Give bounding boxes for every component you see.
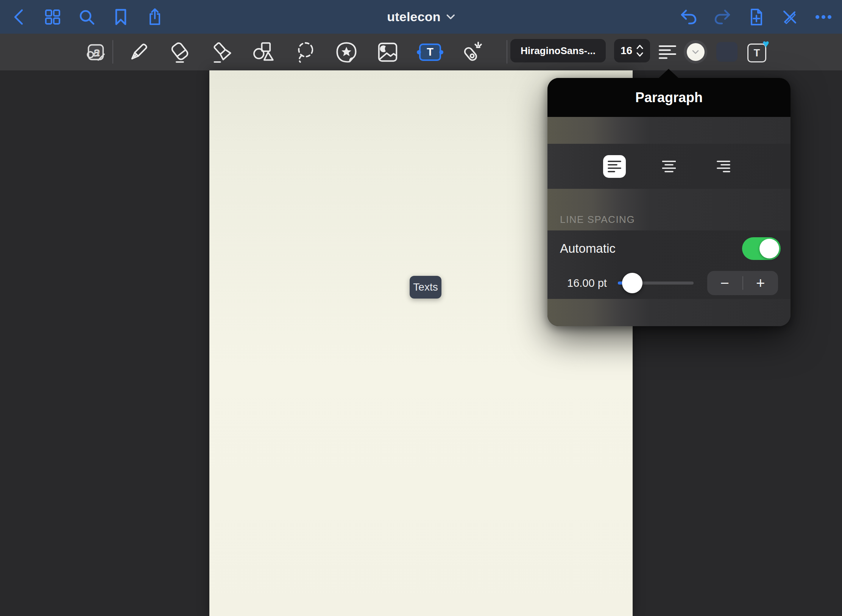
shapes-tool[interactable]	[251, 40, 275, 64]
font-name-label: HiraginoSans-...	[521, 45, 596, 57]
laser-pointer-tool[interactable]	[460, 40, 483, 64]
popover-body: Paragraph LINE SPACING Automatic	[547, 78, 791, 326]
popover-bottom-band	[547, 299, 791, 326]
app-window: utelecon	[0, 0, 842, 616]
chevron-up-down-icon	[636, 44, 644, 57]
chevron-down-icon	[447, 14, 455, 20]
add-page-icon[interactable]	[747, 8, 765, 26]
spacing-slider-knob[interactable]	[622, 273, 642, 293]
document-title-dropdown[interactable]: utelecon	[387, 0, 455, 34]
lasso-tool[interactable]	[293, 40, 317, 64]
document-title: utelecon	[387, 9, 440, 24]
current-color-swatch	[687, 43, 705, 61]
paragraph-popover: Paragraph LINE SPACING Automatic	[547, 78, 791, 326]
eraser-tool[interactable]	[168, 40, 192, 64]
text-style-favorite-button[interactable]: T ♥	[747, 41, 768, 62]
paragraph-alignment-button[interactable]	[659, 45, 676, 59]
heart-icon: ♥	[762, 38, 769, 50]
toolbar-separator	[112, 40, 113, 64]
line-spacing-section-label: LINE SPACING	[560, 214, 635, 226]
back-icon[interactable]	[10, 8, 27, 26]
spacing-slider-track[interactable]	[618, 282, 694, 285]
align-center-button[interactable]	[658, 155, 680, 178]
svg-text:a: a	[92, 45, 100, 59]
pen-off-icon[interactable]	[781, 8, 798, 26]
selected-object-text: Texts	[413, 281, 438, 293]
more-icon[interactable]	[815, 8, 832, 26]
align-right-button[interactable]	[712, 155, 735, 178]
spacing-stepper: − +	[707, 271, 778, 295]
spacing-decrease-button[interactable]: −	[707, 271, 742, 295]
automatic-label: Automatic	[560, 241, 616, 256]
alignment-row	[547, 144, 791, 189]
undo-icon[interactable]	[680, 8, 697, 26]
text-color-button[interactable]	[684, 40, 707, 64]
zoom-window-tool[interactable]: a	[84, 40, 108, 64]
font-size-button[interactable]: 16	[614, 39, 650, 62]
selected-object-label[interactable]: Texts	[410, 276, 441, 299]
highlighter-tool[interactable]	[210, 40, 234, 64]
toolbar-separator	[507, 40, 507, 64]
popover-title: Paragraph	[635, 90, 703, 106]
nav-left-group	[10, 0, 164, 34]
spacing-increase-button[interactable]: +	[743, 271, 778, 295]
toggle-knob	[759, 239, 779, 258]
selection-handle-right-icon	[439, 50, 443, 54]
line-spacing-controls: Automatic 16.00 pt − +	[547, 230, 791, 299]
align-left-button[interactable]	[603, 155, 626, 178]
font-name-button[interactable]: HiraginoSans-...	[510, 39, 606, 62]
redo-icon[interactable]	[714, 8, 731, 26]
image-tool[interactable]	[376, 40, 399, 64]
selection-handle-left-icon	[417, 50, 421, 54]
popover-arrow	[658, 69, 679, 78]
background-color-swatch[interactable]	[716, 42, 738, 62]
elements-tool[interactable]	[335, 40, 358, 64]
share-icon[interactable]	[146, 8, 164, 26]
tool-ribbon: a	[0, 34, 842, 70]
automatic-toggle[interactable]	[742, 237, 781, 260]
spacing-slider-row: 16.00 pt − +	[547, 266, 791, 300]
popover-header: Paragraph	[547, 78, 791, 117]
line-spacing-section: LINE SPACING	[547, 189, 791, 230]
pen-tool[interactable]	[127, 40, 150, 64]
spacing-value-label: 16.00 pt	[567, 277, 607, 289]
bookmark-icon[interactable]	[112, 8, 129, 26]
search-icon[interactable]	[78, 8, 95, 26]
text-tool-glyph: T	[419, 44, 441, 61]
page-grid-icon[interactable]	[44, 8, 61, 26]
nav-bar: utelecon	[0, 0, 842, 34]
font-size-label: 16	[621, 45, 632, 57]
text-tool[interactable]: T	[419, 44, 441, 61]
nav-right-group	[680, 0, 832, 34]
automatic-row: Automatic	[547, 230, 791, 266]
popover-spacer-band	[547, 117, 791, 144]
